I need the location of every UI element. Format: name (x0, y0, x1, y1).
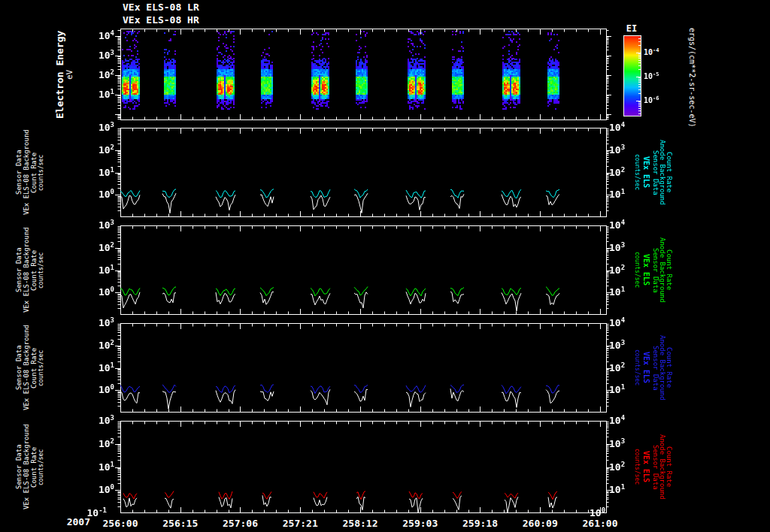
colorbar-canvas (623, 35, 641, 116)
spectrogram-ylabel-text: Electron Energy (54, 29, 65, 120)
plot-title-hr: VEx ELS-08 HR (123, 14, 199, 26)
x-tick-label: 257:06 (209, 518, 272, 529)
spectrogram-y-tick-label: 102 (69, 68, 114, 80)
right-label-line: VEx ELS (642, 225, 650, 315)
bottom-left-exponent-label: 10-1 (62, 506, 107, 518)
line-panel-left-tick-label: 103 (69, 219, 114, 231)
right-label-line: Sensor Data (652, 323, 659, 413)
line-panel-left-tick-label: 100 (69, 383, 114, 395)
left-label-line: VEx ELS-08 Background (23, 421, 30, 513)
line-panel-left-label: Sensor DataVEx ELS-08 BackgroundCount Ra… (15, 225, 45, 315)
line-panel-left-tick-label: 101 (69, 264, 114, 276)
x-tick-label: 259:18 (449, 518, 512, 529)
right-label-line: Count Rate (665, 128, 672, 217)
line-panel-canvas-blue (110, 323, 617, 413)
right-label-line: Anode Background (659, 323, 665, 413)
spectrogram-canvas (110, 29, 617, 120)
left-label-line: VEx ELS-08 Background (23, 323, 30, 413)
line-panel-left-tick-label: 103 (69, 316, 114, 328)
spectrogram-y-tick-label: 101 (69, 88, 114, 100)
line-panel-left-tick-label: 102 (69, 437, 114, 449)
line-panel-canvas-green (110, 225, 617, 315)
line-panel-canvas-cyan (110, 128, 617, 217)
line-panel-left-tick-label: 100 (69, 483, 114, 495)
x-tick-label: 261:00 (568, 518, 632, 529)
x-tick-label: 257:21 (268, 518, 332, 529)
x-tick-label: 260:09 (508, 518, 571, 529)
right-label-line: counts/sec (634, 421, 641, 513)
spectrogram-y-tick-label: 104 (69, 29, 114, 41)
right-label-line: counts/sec (634, 323, 641, 413)
right-label-line: Anode Background (659, 421, 665, 513)
line-panel-right-label: Count RateAnode BackgroundSensor DataVEx… (636, 323, 672, 413)
line-panel-left-label: Sensor DataVEx ELS-08 BackgroundCount Ra… (15, 323, 45, 413)
colorbar-title: EI (620, 23, 643, 34)
left-label-line: VEx ELS-08 Background (23, 128, 30, 217)
left-label-line: Sensor Data (15, 128, 23, 217)
right-label-line: VEx ELS (642, 323, 650, 413)
figure: VEx ELS-08 LR VEx ELS-08 HR Electron Ene… (0, 0, 770, 532)
left-label-line: counts/sec (38, 128, 45, 217)
colorbar-tick-label: 10-4 (644, 47, 677, 56)
colorbar-unit-label: ergs/(cm**2-sr-sec-eV) (686, 14, 696, 141)
line-panel-canvas-red (110, 421, 617, 513)
left-label-line: VEx ELS-08 Background (23, 225, 30, 315)
right-label-line: VEx ELS (642, 128, 650, 217)
line-panel-left-tick-label: 102 (69, 339, 114, 351)
line-panel-left-label: Sensor DataVEx ELS-08 BackgroundCount Ra… (15, 421, 45, 513)
x-tick-label: 258:12 (329, 518, 392, 529)
line-panel-left-tick-label: 100 (69, 286, 114, 298)
right-label-line: Sensor Data (652, 225, 659, 315)
right-label-line: Count Rate (665, 225, 672, 315)
right-label-line: Anode Background (659, 225, 665, 315)
left-label-line: Sensor Data (15, 323, 23, 413)
line-panel-left-tick-label: 103 (69, 414, 114, 426)
line-panel-left-tick-label: 102 (69, 241, 114, 253)
left-label-line: Count Rate (30, 128, 38, 217)
line-panel-right-label: Count RateAnode BackgroundSensor DataVEx… (636, 128, 672, 217)
right-label-line: counts/sec (634, 128, 641, 217)
line-panel-right-label: Count RateAnode BackgroundSensor DataVEx… (636, 421, 672, 513)
x-tick-label: 256:15 (149, 518, 212, 529)
right-label-line: Sensor Data (652, 421, 659, 513)
line-panel-left-label: Sensor DataVEx ELS-08 BackgroundCount Ra… (15, 128, 45, 217)
right-label-line: VEx ELS (642, 421, 650, 513)
left-label-line: Count Rate (30, 323, 38, 413)
right-label-line: counts/sec (634, 225, 641, 315)
bottom-right-exponent-label: 100 (590, 506, 605, 518)
right-label-line: Count Rate (665, 323, 672, 413)
left-label-line: counts/sec (38, 323, 45, 413)
line-panel-left-tick-label: 101 (69, 361, 114, 373)
line-panel-right-label: Count RateAnode BackgroundSensor DataVEx… (636, 225, 672, 315)
x-tick-label: 256:00 (89, 518, 152, 529)
plot-title-lr: VEx ELS-08 LR (123, 2, 199, 13)
right-label-line: Anode Background (659, 128, 665, 217)
left-label-line: counts/sec (38, 421, 45, 513)
line-panel-left-tick-label: 100 (69, 188, 114, 200)
line-panel-left-tick-label: 102 (69, 144, 114, 156)
left-label-line: Sensor Data (15, 225, 23, 315)
left-label-line: Count Rate (30, 225, 38, 315)
x-tick-label: 259:03 (389, 518, 452, 529)
colorbar-tick-label: 10-6 (644, 95, 677, 104)
right-label-line: Sensor Data (652, 128, 659, 217)
colorbar-tick-label: 10-5 (644, 71, 677, 80)
left-label-line: Count Rate (30, 421, 38, 513)
left-label-line: Sensor Data (15, 421, 23, 513)
line-panel-left-tick-label: 103 (69, 121, 114, 133)
line-panel-left-tick-label: 101 (69, 461, 114, 473)
right-label-line: Count Rate (665, 421, 672, 513)
line-panel-left-tick-label: 101 (69, 166, 114, 178)
spectrogram-y-tick-label: 103 (69, 49, 114, 61)
left-label-line: counts/sec (38, 225, 45, 315)
